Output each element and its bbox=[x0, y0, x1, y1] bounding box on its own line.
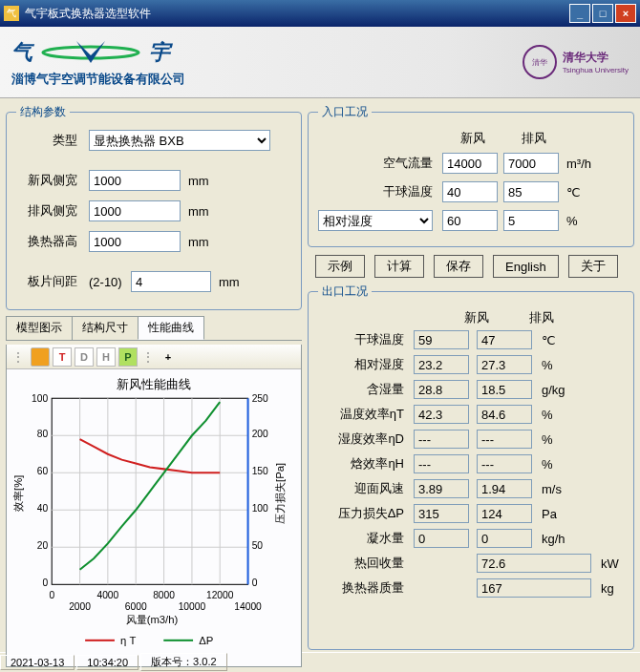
logo-char-right: 宇 bbox=[149, 38, 170, 67]
out-hum-exhaust: 18.5 bbox=[477, 380, 532, 399]
calc-button[interactable]: 计算 bbox=[374, 255, 424, 278]
svg-text:10000: 10000 bbox=[179, 601, 206, 612]
toolbar-d-button[interactable]: D bbox=[75, 347, 94, 367]
svg-text:0: 0 bbox=[252, 578, 258, 588]
toolbar-crosshair-button[interactable]: + bbox=[159, 347, 178, 367]
type-select[interactable]: 显热换热器 BXB bbox=[89, 130, 270, 151]
action-buttons: 示例 计算 保存 English 关于 bbox=[308, 247, 634, 284]
flow-fresh-input[interactable] bbox=[442, 153, 498, 174]
tab-curve[interactable]: 性能曲线 bbox=[138, 316, 204, 340]
out-hef-fresh: --- bbox=[414, 430, 469, 449]
svg-text:60: 60 bbox=[37, 466, 49, 476]
tab-model[interactable]: 模型图示 bbox=[6, 316, 73, 340]
university-en: Tsinghua University bbox=[563, 66, 629, 74]
outlet-legend: 出口工况 bbox=[318, 284, 372, 300]
out-hef-exhaust: --- bbox=[477, 430, 532, 449]
pitch-input[interactable] bbox=[131, 271, 211, 292]
out-cond-fresh: 0 bbox=[414, 529, 469, 548]
fresh-width-input[interactable] bbox=[89, 170, 181, 191]
outlet-conditions: 出口工况 新风 排风 干球温度5947℃ 相对湿度23.227.3% 含湿量28… bbox=[308, 284, 634, 650]
university-badge: 清华 清华大学 Tsinghua University bbox=[523, 45, 629, 79]
tab-dims[interactable]: 结构尺寸 bbox=[72, 316, 139, 340]
db-fresh-input[interactable] bbox=[442, 181, 498, 202]
inlet-fresh-header: 新风 bbox=[442, 130, 503, 147]
db-exhaust-input[interactable] bbox=[503, 181, 559, 202]
minimize-button[interactable]: _ bbox=[569, 4, 590, 23]
out-db-exhaust: 47 bbox=[477, 330, 532, 349]
svg-text:20: 20 bbox=[37, 540, 49, 551]
maximize-button[interactable]: □ bbox=[592, 4, 613, 23]
toolbar-t-button[interactable]: T bbox=[53, 347, 72, 367]
unit-mm: mm bbox=[188, 174, 209, 188]
logo-char-left: 气 bbox=[11, 38, 32, 67]
example-button[interactable]: 示例 bbox=[315, 255, 365, 278]
out-rh-exhaust: 27.3 bbox=[477, 355, 532, 374]
performance-chart: 新风性能曲线 bbox=[7, 369, 301, 666]
pitch-range: (2-10) bbox=[89, 275, 131, 289]
chart-panel: ⋮ T D H P ⋮ + 新风性能曲线 bbox=[6, 345, 302, 667]
svg-text:压力损失[Pa]: 压力损失[Pa] bbox=[274, 463, 286, 524]
out-tet-exhaust: 84.6 bbox=[477, 405, 532, 424]
pitch-label: 板片间距 bbox=[16, 273, 89, 290]
out-rh-fresh: 23.2 bbox=[414, 355, 469, 374]
window-title: 气宇板式换热器选型软件 bbox=[25, 6, 569, 22]
exhaust-width-label: 排风侧宽 bbox=[16, 202, 89, 220]
chart-toolbar: ⋮ T D H P ⋮ + bbox=[7, 345, 301, 369]
company-name: 淄博气宇空调节能设备有限公司 bbox=[11, 71, 185, 88]
struct-params: 结构参数 类型 显热换热器 BXB 新风侧宽 mm 排风侧宽 mm 换热器高 bbox=[6, 104, 302, 310]
type-label: 类型 bbox=[16, 132, 89, 149]
banner: 气 宇 淄博气宇空调节能设备有限公司 清华 清华大学 Tsinghua Univ… bbox=[0, 27, 640, 98]
out-ent-fresh: --- bbox=[414, 454, 469, 473]
save-button[interactable]: 保存 bbox=[434, 255, 483, 278]
app-icon: 气 bbox=[4, 6, 19, 21]
logo-icon bbox=[38, 36, 143, 69]
svg-text:4000: 4000 bbox=[96, 590, 118, 600]
out-dp-exhaust: 124 bbox=[477, 504, 532, 523]
exhaust-width-input[interactable] bbox=[89, 200, 181, 221]
svg-text:250: 250 bbox=[252, 393, 268, 404]
svg-text:8000: 8000 bbox=[153, 590, 175, 600]
outlet-exhaust-header: 排风 bbox=[509, 309, 574, 326]
inlet-exhaust-header: 排风 bbox=[503, 130, 565, 147]
height-input[interactable] bbox=[89, 231, 181, 252]
out-vel-exhaust: 1.94 bbox=[477, 479, 532, 498]
flow-exhaust-input[interactable] bbox=[503, 153, 559, 174]
toolbar-h-button[interactable]: H bbox=[96, 347, 116, 367]
humidity-mode-select[interactable]: 相对湿度 bbox=[318, 210, 433, 231]
svg-text:新风性能曲线: 新风性能曲线 bbox=[117, 377, 191, 391]
close-button[interactable]: × bbox=[615, 4, 636, 23]
out-db-fresh: 59 bbox=[414, 330, 469, 349]
svg-text:40: 40 bbox=[37, 503, 49, 514]
svg-text:14000: 14000 bbox=[234, 601, 262, 612]
svg-text:ΔP: ΔP bbox=[199, 635, 213, 646]
tabs: 模型图示 结构尺寸 性能曲线 bbox=[6, 316, 302, 341]
rh-exhaust-input[interactable] bbox=[503, 210, 559, 231]
svg-text:效率[%]: 效率[%] bbox=[12, 475, 24, 512]
svg-text:100: 100 bbox=[252, 503, 268, 514]
fresh-width-label: 新风侧宽 bbox=[16, 172, 89, 189]
rh-fresh-input[interactable] bbox=[442, 210, 498, 231]
flow-label: 空气流量 bbox=[318, 155, 442, 172]
toolbar-color-button[interactable] bbox=[31, 347, 50, 367]
university-seal-icon: 清华 bbox=[523, 45, 557, 79]
svg-text:80: 80 bbox=[37, 429, 49, 439]
toolbar-p-button[interactable]: P bbox=[118, 347, 138, 367]
svg-text:0: 0 bbox=[42, 578, 48, 588]
svg-text:6000: 6000 bbox=[125, 601, 147, 612]
svg-text:0: 0 bbox=[49, 590, 54, 600]
about-button[interactable]: 关于 bbox=[568, 255, 618, 278]
svg-text:100: 100 bbox=[32, 393, 48, 404]
out-mass: 167 bbox=[477, 578, 591, 598]
out-cond-exhaust: 0 bbox=[477, 529, 532, 548]
db-label: 干球温度 bbox=[318, 183, 442, 200]
out-hum-fresh: 28.8 bbox=[414, 380, 469, 399]
svg-text:150: 150 bbox=[252, 466, 268, 476]
out-tet-fresh: 42.3 bbox=[414, 405, 469, 424]
svg-text:风量(m3/h): 风量(m3/h) bbox=[126, 614, 179, 625]
svg-text:12000: 12000 bbox=[206, 590, 234, 600]
svg-text:200: 200 bbox=[252, 429, 268, 439]
english-button[interactable]: English bbox=[493, 255, 559, 278]
svg-text:2000: 2000 bbox=[69, 601, 91, 612]
outlet-fresh-header: 新风 bbox=[444, 309, 509, 326]
inlet-legend: 入口工况 bbox=[318, 104, 372, 120]
